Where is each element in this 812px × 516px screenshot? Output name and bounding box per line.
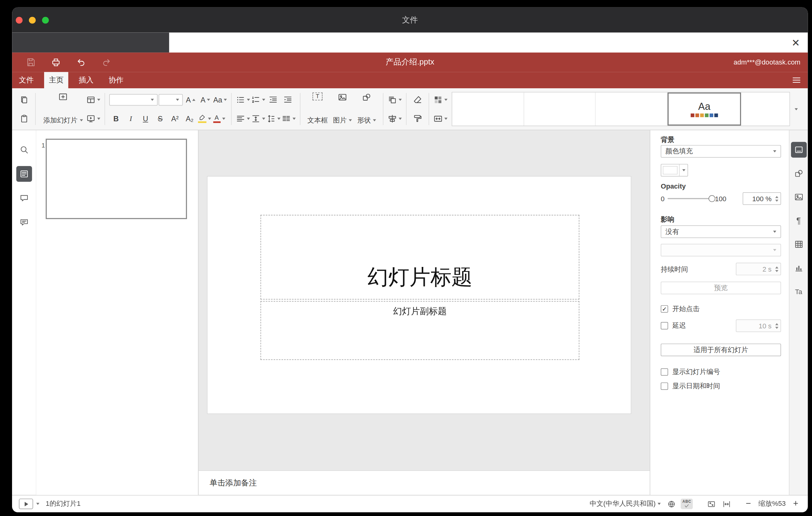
checkbox-unchecked[interactable] <box>661 368 668 376</box>
tab-home[interactable]: 主页 <box>44 72 68 88</box>
slides-panel-button[interactable] <box>16 166 32 182</box>
spinner-arrows-icon[interactable] <box>775 320 778 332</box>
table-settings-button[interactable] <box>791 236 807 252</box>
effect-select[interactable]: 没有 <box>661 225 781 238</box>
delay-spinner[interactable]: 10 s <box>736 319 781 332</box>
search-panel-button[interactable] <box>16 142 32 158</box>
change-case-button[interactable]: Aa <box>213 93 227 106</box>
copy-style-button[interactable] <box>411 112 425 125</box>
notes-area[interactable]: 单击添加备注 <box>199 470 650 495</box>
theme-thumbnail-selected[interactable]: Aa <box>668 93 741 125</box>
zoom-in-button[interactable]: + <box>790 499 801 509</box>
tab-collaboration[interactable]: 协作 <box>104 72 128 88</box>
redo-button[interactable] <box>100 56 112 68</box>
spinner-arrows-icon[interactable] <box>775 193 778 204</box>
decrease-indent-button[interactable] <box>266 93 280 106</box>
paste-button[interactable] <box>17 112 31 125</box>
slide-thumbnail[interactable] <box>46 139 187 219</box>
effect-type-select[interactable] <box>661 244 781 256</box>
font-name-select[interactable] <box>109 94 158 105</box>
theme-thumbnail[interactable] <box>596 93 668 125</box>
zoom-out-button[interactable]: − <box>743 499 754 509</box>
title-placeholder[interactable]: 幻灯片标题 <box>260 215 579 299</box>
theme-thumbnail[interactable] <box>741 93 789 125</box>
insert-shape-button[interactable]: 形状 <box>354 91 379 127</box>
arrange-button[interactable] <box>388 93 402 106</box>
home-toolbar: 添加幻灯片 A A Aa <box>12 88 808 130</box>
increase-indent-button[interactable] <box>281 93 295 106</box>
fit-to-width-button[interactable] <box>721 498 733 510</box>
paragraph-settings-button[interactable]: ¶ <box>791 212 807 228</box>
shape-settings-button[interactable] <box>791 165 807 181</box>
theme-thumbnail[interactable] <box>524 93 596 125</box>
show-date-time-checkbox-row[interactable]: 显示日期和时间 <box>661 382 720 391</box>
chevron-down-icon[interactable] <box>36 503 39 505</box>
chat-panel-button[interactable] <box>16 214 32 230</box>
zoom-level: 缩放%53 <box>757 499 787 509</box>
fit-to-slide-button[interactable] <box>705 498 717 510</box>
show-slide-number-checkbox-row[interactable]: 显示幻灯片编号 <box>661 368 720 376</box>
columns-button[interactable] <box>282 112 296 125</box>
italic-button[interactable]: I <box>124 112 138 125</box>
vertical-align-button[interactable] <box>251 112 265 125</box>
add-slide-button[interactable]: 添加幻灯片 <box>40 91 86 127</box>
start-preview-button[interactable] <box>19 499 33 509</box>
tab-file[interactable]: 文件 <box>14 72 38 88</box>
theme-gallery-expand-button[interactable] <box>790 91 803 127</box>
tab-insert[interactable]: 插入 <box>74 72 98 88</box>
subtitle-placeholder[interactable]: 幻灯片副标题 <box>260 301 579 360</box>
increase-font-button[interactable]: A <box>184 93 198 106</box>
checkbox-unchecked[interactable] <box>661 322 668 329</box>
numbering-button[interactable] <box>251 93 265 106</box>
fill-color-picker[interactable] <box>661 164 688 176</box>
bold-button[interactable]: B <box>109 112 123 125</box>
slide-layout-button[interactable] <box>86 93 100 106</box>
duration-spinner[interactable]: 2 s <box>736 263 781 275</box>
underline-button[interactable]: U <box>139 112 152 125</box>
slide-size-button[interactable] <box>433 112 448 125</box>
comments-panel-button[interactable] <box>16 190 32 206</box>
close-icon[interactable]: ✕ <box>789 36 803 49</box>
start-slideshow-button[interactable] <box>86 112 100 125</box>
theme-thumbnail[interactable] <box>452 93 524 125</box>
checkbox-unchecked[interactable] <box>661 382 668 390</box>
strikethrough-button[interactable]: S <box>153 112 167 125</box>
preview-button[interactable]: 预览 <box>661 282 781 294</box>
fill-type-select[interactable]: 颜色填充 <box>661 145 781 158</box>
delay-checkbox-row[interactable]: 延迟 <box>661 322 686 330</box>
copy-button[interactable] <box>17 93 31 106</box>
save-button[interactable] <box>24 56 37 68</box>
language-select[interactable]: 中文(中华人民共和国) <box>588 498 662 510</box>
slide-settings-button[interactable] <box>791 142 807 158</box>
font-size-select[interactable] <box>158 94 183 105</box>
slide-settings-panel: 背景 颜色填充 Opacity 0 100 100 % <box>650 130 789 495</box>
undo-button[interactable] <box>75 56 87 68</box>
checkbox-checked[interactable]: ✓ <box>661 305 668 313</box>
decrease-font-button[interactable]: A <box>199 93 212 106</box>
opacity-slider-knob[interactable] <box>709 195 716 202</box>
insert-image-button[interactable]: 图片 <box>330 91 354 127</box>
text-art-settings-button[interactable]: Ta <box>791 284 807 299</box>
superscript-button[interactable]: A² <box>168 112 182 125</box>
menu-button[interactable] <box>792 72 802 88</box>
chart-settings-button[interactable] <box>791 260 807 276</box>
image-settings-button[interactable] <box>791 189 807 205</box>
line-spacing-button[interactable] <box>266 112 281 125</box>
color-scheme-button[interactable] <box>433 93 448 106</box>
opacity-slider[interactable] <box>668 198 712 199</box>
insert-textbox-button[interactable]: T 文本框 <box>305 91 330 127</box>
clear-style-button[interactable] <box>411 93 425 106</box>
start-on-click-checkbox-row[interactable]: ✓ 开始点击 <box>661 305 700 313</box>
subscript-button[interactable]: A₂ <box>183 112 196 125</box>
opacity-spinner[interactable]: 100 % <box>743 192 781 205</box>
apply-to-all-slides-button[interactable]: 适用于所有幻灯片 <box>661 343 781 356</box>
highlight-color-button[interactable] <box>198 112 211 125</box>
print-button[interactable] <box>49 56 62 68</box>
document-language-button[interactable] <box>666 498 678 510</box>
bullets-button[interactable] <box>236 93 250 106</box>
spinner-arrows-icon[interactable] <box>775 263 778 275</box>
align-objects-button[interactable] <box>388 112 402 125</box>
spellcheck-button[interactable]: ABC <box>681 499 693 509</box>
font-color-button[interactable]: A <box>212 112 226 125</box>
horizontal-align-button[interactable] <box>236 112 250 125</box>
